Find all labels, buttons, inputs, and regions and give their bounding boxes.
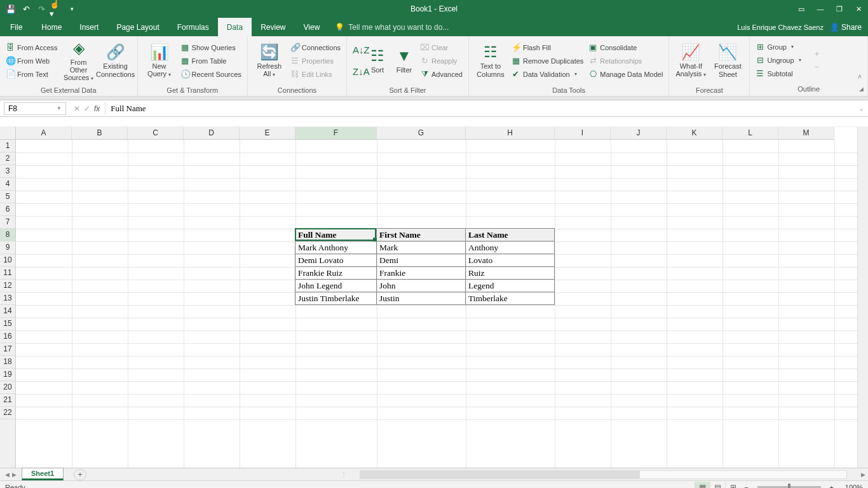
- column-header-C[interactable]: C: [128, 127, 184, 139]
- row-header-12[interactable]: 12: [0, 280, 15, 292]
- outline-dialog-launcher[interactable]: ◢: [857, 86, 865, 95]
- existing-connections-button[interactable]: 🔗Existing Connections: [98, 40, 133, 82]
- subtotal-button[interactable]: ☰Subtotal: [754, 67, 803, 80]
- next-sheet-icon[interactable]: ▶: [12, 471, 17, 478]
- horizontal-scrollbar[interactable]: [360, 470, 847, 479]
- show-detail-button[interactable]: +: [811, 47, 824, 60]
- text-to-columns-button[interactable]: ☷Text to Columns: [473, 40, 508, 82]
- share-button[interactable]: 👤 Share: [830, 23, 862, 32]
- recent-sources-button[interactable]: 🕓Recent Sources: [179, 68, 243, 81]
- row-header-20[interactable]: 20: [0, 381, 15, 394]
- from-text-button[interactable]: 📄From Text: [4, 68, 60, 81]
- table-cell[interactable]: Timberlake: [465, 292, 555, 305]
- column-header-J[interactable]: J: [611, 127, 667, 139]
- from-other-sources-button[interactable]: ◈From Other Sources▾: [61, 40, 97, 82]
- tab-home[interactable]: Home: [32, 18, 71, 36]
- sort-asc-button[interactable]: A↓Z: [351, 42, 363, 58]
- column-header-F[interactable]: F: [295, 127, 377, 139]
- reapply-button[interactable]: ↻Reapply: [418, 55, 465, 67]
- name-box[interactable]: F8 ▼: [4, 102, 66, 115]
- row-header-3[interactable]: 3: [0, 165, 15, 178]
- connections-button[interactable]: 🔗Connections: [288, 41, 342, 54]
- page-layout-view-button[interactable]: ▤: [710, 482, 725, 489]
- from-access-button[interactable]: 🗄From Access: [4, 41, 60, 54]
- normal-view-button[interactable]: ▦: [695, 482, 710, 489]
- data-validation-button[interactable]: ✔Data Validation ▾: [510, 68, 585, 81]
- column-header-D[interactable]: D: [184, 127, 240, 139]
- tab-file[interactable]: File: [0, 18, 32, 36]
- row-header-4[interactable]: 4: [0, 178, 15, 191]
- column-header-I[interactable]: I: [555, 127, 611, 139]
- collapse-ribbon-button[interactable]: ʌ: [856, 69, 864, 82]
- new-query-button[interactable]: 📊New Query▾: [142, 40, 177, 82]
- ribbon-options-icon[interactable]: ▭: [792, 2, 811, 16]
- user-name[interactable]: Luis Enrique Chavez Saenz: [737, 24, 824, 31]
- row-header-2[interactable]: 2: [0, 152, 15, 165]
- table-cell[interactable]: John: [376, 279, 466, 292]
- spreadsheet[interactable]: ABCDEFGHIJKLM 12345678910111213141516171…: [0, 127, 868, 468]
- qat-customize-icon[interactable]: ▾: [65, 2, 79, 16]
- consolidate-button[interactable]: ▣Consolidate: [587, 41, 665, 54]
- filter-button[interactable]: ▼Filter: [391, 40, 417, 82]
- save-icon[interactable]: 💾: [4, 2, 18, 16]
- table-header-cell[interactable]: Last Name: [465, 228, 555, 241]
- row-header-8[interactable]: 8: [0, 229, 15, 241]
- column-header-K[interactable]: K: [667, 127, 722, 139]
- table-cell[interactable]: Lovato: [465, 254, 555, 267]
- zoom-out-button[interactable]: −: [740, 484, 752, 489]
- row-header-16[interactable]: 16: [0, 330, 15, 343]
- what-if-button[interactable]: 📈What-If Analysis▾: [673, 40, 709, 82]
- refresh-all-button[interactable]: 🔄Refresh All▾: [252, 40, 287, 82]
- column-header-B[interactable]: B: [72, 127, 128, 139]
- tab-page-layout[interactable]: Page Layout: [107, 18, 168, 36]
- minimize-icon[interactable]: —: [811, 2, 830, 16]
- expand-formula-bar-icon[interactable]: ⌄: [855, 105, 868, 112]
- formula-input[interactable]: Full Name: [105, 104, 855, 114]
- table-header-cell[interactable]: First Name: [376, 228, 466, 241]
- table-cell[interactable]: Anthony: [465, 241, 555, 254]
- zoom-in-button[interactable]: +: [826, 484, 837, 489]
- row-header-14[interactable]: 14: [0, 305, 15, 318]
- scrollbar-thumb[interactable]: [360, 471, 640, 478]
- scroll-right-icon[interactable]: ▶: [858, 471, 868, 478]
- forecast-sheet-button[interactable]: 📉Forecast Sheet: [710, 40, 745, 82]
- table-cell[interactable]: Demi Lovato: [295, 254, 377, 267]
- sort-desc-button[interactable]: Z↓A: [351, 64, 363, 80]
- table-cell[interactable]: John Legend: [295, 279, 377, 292]
- manage-data-model-button[interactable]: ⎔Manage Data Model: [587, 68, 665, 81]
- sheet-tab-sheet1[interactable]: Sheet1: [22, 468, 64, 480]
- group-button[interactable]: ⊞Group ▾: [754, 41, 803, 53]
- cancel-formula-icon[interactable]: ✕: [74, 104, 80, 113]
- sort-button[interactable]: ☷Sort: [365, 40, 390, 82]
- from-web-button[interactable]: 🌐From Web: [4, 55, 60, 67]
- row-header-7[interactable]: 7: [0, 216, 15, 229]
- row-header-10[interactable]: 10: [0, 254, 15, 267]
- select-all-corner[interactable]: [0, 127, 16, 140]
- touch-mode-icon[interactable]: ☝▾: [50, 2, 64, 16]
- tab-view[interactable]: View: [295, 18, 329, 36]
- table-cell[interactable]: Frankie Ruiz: [295, 266, 377, 280]
- table-cell[interactable]: Mark: [376, 241, 466, 254]
- table-cell[interactable]: Ruiz: [465, 266, 555, 280]
- row-header-15[interactable]: 15: [0, 318, 15, 330]
- clear-button[interactable]: ⌧Clear: [418, 41, 465, 54]
- tell-me-search[interactable]: 💡 Tell me what you want to do...: [329, 18, 449, 36]
- column-header-E[interactable]: E: [240, 127, 295, 139]
- table-cell[interactable]: Demi: [376, 254, 466, 267]
- row-header-1[interactable]: 1: [0, 140, 15, 152]
- row-header-19[interactable]: 19: [0, 369, 15, 381]
- row-header-5[interactable]: 5: [0, 191, 15, 203]
- table-cell[interactable]: Legend: [465, 279, 555, 292]
- row-header-21[interactable]: 21: [0, 394, 15, 407]
- column-header-G[interactable]: G: [377, 127, 466, 139]
- table-header-cell[interactable]: Full Name: [295, 228, 377, 241]
- add-sheet-button[interactable]: +: [74, 469, 86, 480]
- relationships-button[interactable]: ⇄Relationships: [587, 55, 665, 67]
- table-cell[interactable]: Justin: [376, 292, 466, 305]
- row-header-9[interactable]: 9: [0, 241, 15, 254]
- show-queries-button[interactable]: ▦Show Queries: [179, 41, 243, 54]
- zoom-level[interactable]: 100%: [837, 484, 863, 489]
- redo-icon[interactable]: ↷: [34, 2, 48, 16]
- column-header-A[interactable]: A: [16, 127, 72, 139]
- row-header-17[interactable]: 17: [0, 343, 15, 356]
